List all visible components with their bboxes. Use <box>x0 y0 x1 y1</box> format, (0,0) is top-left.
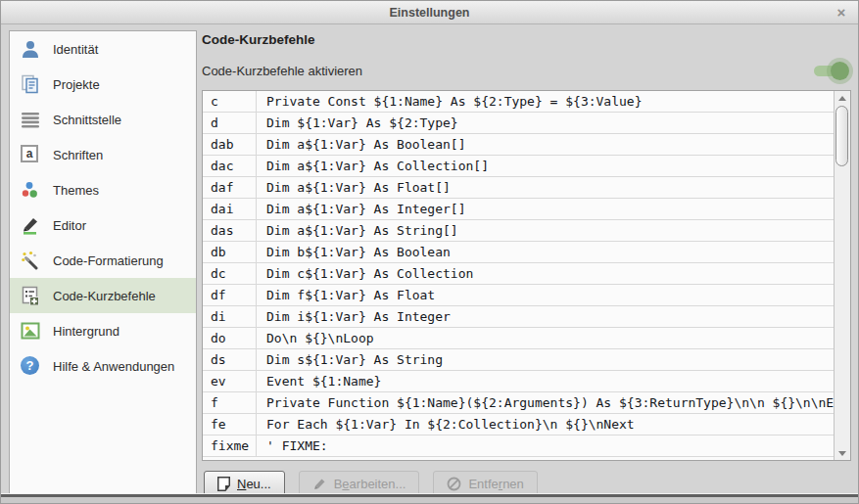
enable-snippets-label: Code-Kurzbefehle aktivieren <box>202 64 362 78</box>
code-snippets-icon <box>21 286 40 305</box>
shortcut-expansion: Dim ${1:Var} As ${2:Type} <box>257 113 834 133</box>
table-row[interactable]: daiDim a${1:Var} As Integer[] <box>203 199 834 220</box>
help-icon-glyph: ? <box>26 359 34 372</box>
shortcut-expansion: Dim s${1:Var} As String <box>257 349 834 370</box>
shortcut-code: fe <box>203 414 257 435</box>
shortcut-code: daf <box>203 177 257 198</box>
table-row[interactable]: dcDim c${1:Var} As Collection <box>203 263 834 285</box>
fonts-icon: a <box>21 145 40 164</box>
sidebar-item-projekte[interactable]: Projekte <box>10 67 196 102</box>
sidebar-item-editor[interactable]: Editor <box>10 207 196 243</box>
shortcut-expansion: Dim a${1:Var} As Float[] <box>257 177 834 198</box>
shortcut-code: do <box>203 328 257 348</box>
sidebar-item-hintergrund[interactable]: Hintergrund <box>10 313 196 348</box>
table-row[interactable]: cPrivate Const ${1:Name} As ${2:Type} = … <box>203 91 834 113</box>
sidebar-item-label: Schriften <box>53 148 103 162</box>
sidebar-item-label: Code-Kurzbefehle <box>53 289 156 303</box>
settings-window: Einstellungen × Identität Projekte Schni… <box>0 0 859 504</box>
shortcut-code: df <box>203 285 257 305</box>
enable-snippets-toggle[interactable] <box>812 61 849 80</box>
shortcut-code: di <box>203 306 257 327</box>
shortcut-code: fixme <box>203 435 257 456</box>
table-row[interactable]: dsDim s${1:Var} As String <box>203 349 834 371</box>
sidebar-item-code-formatierung[interactable]: Code-Formatierung <box>10 243 196 278</box>
table-row[interactable]: fixme' FIXME: <box>203 435 834 457</box>
table-row[interactable]: dDim ${1:Var} As ${2:Type} <box>203 113 834 134</box>
sidebar-item-label: Hintergrund <box>53 324 119 339</box>
sidebar-item-hilfe[interactable]: ? Hilfe & Anwendungen <box>10 348 196 384</box>
shortcut-expansion: ' FIXME: <box>257 435 834 456</box>
projects-icon <box>21 74 40 94</box>
shortcut-code: das <box>203 220 257 241</box>
shortcut-expansion: Dim a${1:Var} As String[] <box>257 220 834 241</box>
sidebar-item-themes[interactable]: Themes <box>10 172 196 207</box>
table-row[interactable]: dasDim a${1:Var} As String[] <box>203 220 834 242</box>
sidebar-item-label: Schnittstelle <box>53 113 121 127</box>
shortcut-code: dc <box>203 263 257 284</box>
shortcuts-table: cPrivate Const ${1:Name} As ${2:Type} = … <box>202 90 851 461</box>
scroll-up-icon[interactable] <box>835 91 850 105</box>
sidebar-item-label: Editor <box>53 218 86 233</box>
remove-button-label: Entfernen <box>468 477 523 491</box>
sidebar-item-code-kurzbefehle[interactable]: Code-Kurzbefehle <box>10 278 196 313</box>
sidebar-item-label: Themes <box>53 183 99 198</box>
close-icon[interactable]: × <box>834 5 849 21</box>
forbidden-icon <box>447 477 461 491</box>
page-title: Code-Kurzbefehle <box>202 32 315 47</box>
sidebar-item-schnittstelle[interactable]: Schnittstelle <box>10 102 196 137</box>
shortcut-code: dab <box>203 134 257 155</box>
table-row[interactable]: dacDim a${1:Var} As Collection[] <box>203 156 834 177</box>
window-frame-bottom <box>1 493 858 503</box>
shortcut-code: f <box>203 392 257 413</box>
shortcut-expansion: Dim a${1:Var} As Collection[] <box>257 156 834 176</box>
shortcut-expansion: Private Function ${1:Name}(${2:Arguments… <box>257 392 834 413</box>
table-row[interactable]: diDim i${1:Var} As Integer <box>203 306 834 328</box>
shortcut-expansion: Private Const ${1:Name} As ${2:Type} = $… <box>257 91 834 112</box>
sidebar-item-identitaet[interactable]: Identität <box>10 31 196 67</box>
interface-icon <box>21 110 40 129</box>
shortcut-code: dai <box>203 199 257 219</box>
table-row[interactable]: dafDim a${1:Var} As Float[] <box>203 177 834 199</box>
sidebar-item-label: Hilfe & Anwendungen <box>53 359 174 374</box>
new-button-label: Neu... <box>237 477 271 491</box>
window-title: Einstellungen <box>390 6 470 20</box>
shortcut-expansion: Dim a${1:Var} As Boolean[] <box>257 134 834 155</box>
shortcut-expansion: Dim b${1:Var} As Boolean <box>257 242 834 262</box>
sidebar-item-label: Projekte <box>53 77 100 92</box>
settings-sidebar: Identität Projekte Schnittstelle a Schri… <box>9 30 197 495</box>
shortcut-table-body: cPrivate Const ${1:Name} As ${2:Type} = … <box>203 91 834 460</box>
new-document-icon <box>217 477 230 491</box>
table-row[interactable]: doDo\n ${}\nLoop <box>203 328 834 349</box>
themes-icon <box>21 180 40 200</box>
edit-button-label: Bearbeiten... <box>334 477 406 491</box>
sidebar-item-label: Identität <box>53 42 98 57</box>
table-row[interactable]: evEvent ${1:Name} <box>203 371 834 392</box>
table-row[interactable]: fPrivate Function ${1:Name}(${2:Argument… <box>203 392 834 414</box>
scroll-down-icon[interactable] <box>835 446 850 460</box>
help-icon: ? <box>21 356 40 376</box>
scrollbar-thumb[interactable] <box>835 106 848 166</box>
shortcut-code: d <box>203 113 257 133</box>
shortcut-expansion: Do\n ${}\nLoop <box>257 328 834 348</box>
table-row[interactable]: feFor Each ${1:Var} In ${2:Collection}\n… <box>203 414 834 435</box>
shortcut-expansion: Dim f${1:Var} As Float <box>257 285 834 305</box>
table-row[interactable]: dabDim a${1:Var} As Boolean[] <box>203 134 834 156</box>
table-row[interactable]: dfDim f${1:Var} As Float <box>203 285 834 306</box>
fonts-icon-glyph: a <box>26 148 33 160</box>
shortcut-expansion: Event ${1:Name} <box>257 371 834 391</box>
shortcut-code: ds <box>203 349 257 370</box>
pencil-icon <box>312 477 327 491</box>
sidebar-item-schriften[interactable]: a Schriften <box>10 137 196 172</box>
shortcut-code: c <box>203 91 257 112</box>
table-row[interactable]: dbDim b${1:Var} As Boolean <box>203 242 834 263</box>
title-bar[interactable]: Einstellungen × <box>1 1 858 24</box>
shortcut-expansion: For Each ${1:Var} In ${2:Collection}\n $… <box>257 414 834 435</box>
background-icon <box>21 321 40 341</box>
shortcut-expansion: Dim a${1:Var} As Integer[] <box>257 199 834 219</box>
shortcut-expansion: Dim i${1:Var} As Integer <box>257 306 834 327</box>
shortcut-code: db <box>203 242 257 262</box>
shortcut-code: ev <box>203 371 257 391</box>
vertical-scrollbar[interactable] <box>834 91 850 460</box>
code-format-icon <box>21 251 40 270</box>
user-icon <box>21 39 40 59</box>
